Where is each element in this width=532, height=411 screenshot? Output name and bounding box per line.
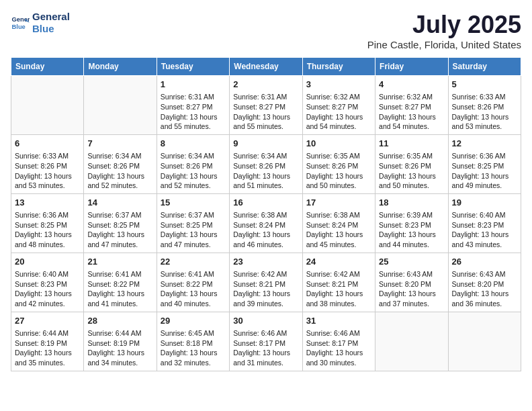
calendar-cell <box>84 76 157 135</box>
calendar-cell: 8Sunrise: 6:34 AMSunset: 8:26 PMDaylight… <box>157 134 229 193</box>
calendar-cell: 18Sunrise: 6:39 AMSunset: 8:23 PMDayligh… <box>375 193 448 253</box>
day-info: Sunrise: 6:37 AMSunset: 8:25 PMDaylight:… <box>161 210 226 250</box>
day-number: 7 <box>87 138 152 150</box>
day-number: 12 <box>452 138 517 150</box>
day-info: Sunrise: 6:40 AMSunset: 8:23 PMDaylight:… <box>15 269 80 309</box>
day-info: Sunrise: 6:43 AMSunset: 8:20 PMDaylight:… <box>452 269 517 309</box>
day-info: Sunrise: 6:46 AMSunset: 8:17 PMDaylight:… <box>233 328 298 368</box>
calendar-header-row: SundayMondayTuesdayWednesdayThursdayFrid… <box>11 58 521 76</box>
day-info: Sunrise: 6:41 AMSunset: 8:22 PMDaylight:… <box>161 269 226 309</box>
calendar-cell: 9Sunrise: 6:34 AMSunset: 8:26 PMDaylight… <box>230 134 302 193</box>
calendar-cell: 12Sunrise: 6:36 AMSunset: 8:25 PMDayligh… <box>448 134 521 193</box>
day-info: Sunrise: 6:34 AMSunset: 8:26 PMDaylight:… <box>87 151 152 191</box>
day-number: 17 <box>306 197 371 209</box>
calendar-cell: 15Sunrise: 6:37 AMSunset: 8:25 PMDayligh… <box>157 193 229 253</box>
day-number: 23 <box>233 256 298 268</box>
calendar-cell: 25Sunrise: 6:43 AMSunset: 8:20 PMDayligh… <box>375 253 448 312</box>
day-info: Sunrise: 6:43 AMSunset: 8:20 PMDaylight:… <box>379 269 444 309</box>
day-number: 3 <box>306 79 371 91</box>
svg-text:General: General <box>12 16 30 23</box>
calendar-cell: 29Sunrise: 6:45 AMSunset: 8:18 PMDayligh… <box>157 312 229 371</box>
calendar-week-row: 6Sunrise: 6:33 AMSunset: 8:26 PMDaylight… <box>11 134 521 193</box>
logo: General Blue General Blue <box>11 11 70 35</box>
day-info: Sunrise: 6:38 AMSunset: 8:24 PMDaylight:… <box>306 210 371 250</box>
calendar-cell: 17Sunrise: 6:38 AMSunset: 8:24 PMDayligh… <box>302 193 375 253</box>
calendar-cell: 31Sunrise: 6:46 AMSunset: 8:17 PMDayligh… <box>302 312 375 371</box>
day-number: 29 <box>161 315 226 327</box>
weekday-header: Thursday <box>302 58 375 76</box>
day-info: Sunrise: 6:31 AMSunset: 8:27 PMDaylight:… <box>161 92 226 132</box>
day-info: Sunrise: 6:42 AMSunset: 8:21 PMDaylight:… <box>233 269 298 309</box>
calendar-cell <box>11 76 84 135</box>
day-info: Sunrise: 6:33 AMSunset: 8:26 PMDaylight:… <box>15 151 80 191</box>
day-info: Sunrise: 6:42 AMSunset: 8:21 PMDaylight:… <box>306 269 371 309</box>
calendar-cell: 5Sunrise: 6:33 AMSunset: 8:26 PMDaylight… <box>448 76 521 135</box>
calendar-cell: 7Sunrise: 6:34 AMSunset: 8:26 PMDaylight… <box>84 134 157 193</box>
page-header: General Blue General Blue July 2025 Pine… <box>11 11 521 50</box>
day-info: Sunrise: 6:44 AMSunset: 8:19 PMDaylight:… <box>15 328 80 368</box>
calendar-cell: 10Sunrise: 6:35 AMSunset: 8:26 PMDayligh… <box>302 134 375 193</box>
day-number: 19 <box>452 197 517 209</box>
weekday-header: Tuesday <box>157 58 229 76</box>
calendar-cell: 16Sunrise: 6:38 AMSunset: 8:24 PMDayligh… <box>230 193 302 253</box>
day-info: Sunrise: 6:32 AMSunset: 8:27 PMDaylight:… <box>306 92 371 132</box>
logo-line1: General <box>32 11 70 23</box>
calendar-week-row: 27Sunrise: 6:44 AMSunset: 8:19 PMDayligh… <box>11 312 521 371</box>
day-number: 10 <box>306 138 371 150</box>
calendar-cell: 27Sunrise: 6:44 AMSunset: 8:19 PMDayligh… <box>11 312 84 371</box>
day-number: 5 <box>452 79 517 91</box>
weekday-header: Friday <box>375 58 448 76</box>
calendar-week-row: 13Sunrise: 6:36 AMSunset: 8:25 PMDayligh… <box>11 193 521 253</box>
calendar-cell: 6Sunrise: 6:33 AMSunset: 8:26 PMDaylight… <box>11 134 84 193</box>
day-number: 26 <box>452 256 517 268</box>
page-subtitle: Pine Castle, Florida, United States <box>367 39 521 50</box>
day-info: Sunrise: 6:46 AMSunset: 8:17 PMDaylight:… <box>306 328 371 368</box>
logo-line2: Blue <box>32 23 70 35</box>
day-number: 2 <box>233 79 298 91</box>
day-info: Sunrise: 6:31 AMSunset: 8:27 PMDaylight:… <box>233 92 298 132</box>
calendar-cell <box>375 312 448 371</box>
day-info: Sunrise: 6:40 AMSunset: 8:23 PMDaylight:… <box>452 210 517 250</box>
day-info: Sunrise: 6:36 AMSunset: 8:25 PMDaylight:… <box>15 210 80 250</box>
calendar-cell: 24Sunrise: 6:42 AMSunset: 8:21 PMDayligh… <box>302 253 375 312</box>
calendar-week-row: 1Sunrise: 6:31 AMSunset: 8:27 PMDaylight… <box>11 76 521 135</box>
calendar-cell: 1Sunrise: 6:31 AMSunset: 8:27 PMDaylight… <box>157 76 229 135</box>
day-number: 1 <box>161 79 226 91</box>
day-info: Sunrise: 6:38 AMSunset: 8:24 PMDaylight:… <box>233 210 298 250</box>
title-block: July 2025 Pine Castle, Florida, United S… <box>367 11 521 50</box>
day-info: Sunrise: 6:34 AMSunset: 8:26 PMDaylight:… <box>233 151 298 191</box>
day-info: Sunrise: 6:34 AMSunset: 8:26 PMDaylight:… <box>161 151 226 191</box>
day-number: 30 <box>233 315 298 327</box>
calendar-cell: 26Sunrise: 6:43 AMSunset: 8:20 PMDayligh… <box>448 253 521 312</box>
day-number: 20 <box>15 256 80 268</box>
day-info: Sunrise: 6:39 AMSunset: 8:23 PMDaylight:… <box>379 210 444 250</box>
logo-icon: General Blue <box>11 13 30 32</box>
calendar-cell: 4Sunrise: 6:32 AMSunset: 8:27 PMDaylight… <box>375 76 448 135</box>
calendar-cell: 2Sunrise: 6:31 AMSunset: 8:27 PMDaylight… <box>230 76 302 135</box>
day-number: 25 <box>379 256 444 268</box>
page-title: July 2025 <box>367 11 521 39</box>
day-number: 22 <box>161 256 226 268</box>
day-number: 16 <box>233 197 298 209</box>
calendar-cell: 21Sunrise: 6:41 AMSunset: 8:22 PMDayligh… <box>84 253 157 312</box>
day-number: 27 <box>15 315 80 327</box>
day-info: Sunrise: 6:33 AMSunset: 8:26 PMDaylight:… <box>452 92 517 132</box>
day-info: Sunrise: 6:45 AMSunset: 8:18 PMDaylight:… <box>161 328 226 368</box>
calendar-cell: 28Sunrise: 6:44 AMSunset: 8:19 PMDayligh… <box>84 312 157 371</box>
calendar-cell: 13Sunrise: 6:36 AMSunset: 8:25 PMDayligh… <box>11 193 84 253</box>
calendar-table: SundayMondayTuesdayWednesdayThursdayFrid… <box>11 57 521 371</box>
calendar-cell: 14Sunrise: 6:37 AMSunset: 8:25 PMDayligh… <box>84 193 157 253</box>
day-number: 28 <box>87 315 152 327</box>
calendar-cell: 23Sunrise: 6:42 AMSunset: 8:21 PMDayligh… <box>230 253 302 312</box>
calendar-cell: 19Sunrise: 6:40 AMSunset: 8:23 PMDayligh… <box>448 193 521 253</box>
day-info: Sunrise: 6:41 AMSunset: 8:22 PMDaylight:… <box>87 269 152 309</box>
weekday-header: Wednesday <box>230 58 302 76</box>
day-number: 8 <box>161 138 226 150</box>
day-info: Sunrise: 6:37 AMSunset: 8:25 PMDaylight:… <box>87 210 152 250</box>
day-info: Sunrise: 6:35 AMSunset: 8:26 PMDaylight:… <box>379 151 444 191</box>
calendar-cell: 11Sunrise: 6:35 AMSunset: 8:26 PMDayligh… <box>375 134 448 193</box>
day-number: 18 <box>379 197 444 209</box>
day-number: 15 <box>161 197 226 209</box>
day-number: 31 <box>306 315 371 327</box>
day-number: 9 <box>233 138 298 150</box>
